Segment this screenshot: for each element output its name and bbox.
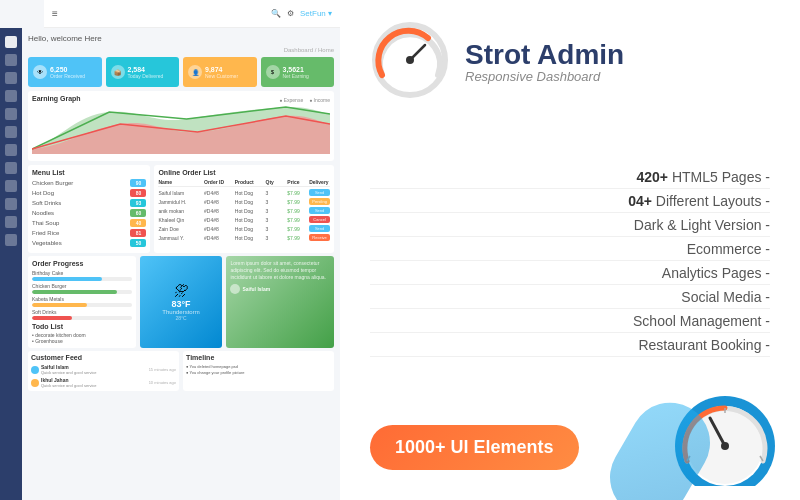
mock-stats-row: 👁 6,250 Order Received 📦 2,584 Today Del… <box>28 57 334 87</box>
mock-breadcrumb: Dashboard / Home <box>28 47 334 53</box>
mock-stat-earning: $ 3,5621 Net Earning <box>261 57 335 87</box>
mock-feeds-row: Customer Feed Saiful Islam Quick service… <box>28 351 334 391</box>
brand-text: Strot Admin Responsive Dashboard <box>465 41 624 84</box>
brand-subtitle: Responsive Dashboard <box>465 69 624 84</box>
feature-item-layouts: 04+ Different Layouts - <box>370 193 770 213</box>
mock-stat-orders: 👁 6,250 Order Received <box>28 57 102 87</box>
mock-stat-customers: 👤 9,874 New Customer <box>183 57 257 87</box>
mock-earning-chart: Earning Graph ● Expense ● Income <box>28 91 334 161</box>
mock-main-content: Hello, welcome Here Dashboard / Home 👁 6… <box>22 28 340 500</box>
mock-stat-delivered: 📦 2,584 Today Delivered <box>106 57 180 87</box>
feature-item-ecommerce: Ecommerce - <box>370 241 770 261</box>
mock-header: ≡ 🔍 ⚙ SetFun ▾ <box>44 0 340 28</box>
dashboard-preview-panel: ≡ 🔍 ⚙ SetFun ▾ Hello, welcome Here Dashb… <box>0 0 340 500</box>
mock-order-list: Online Order List NameOrder IDProductQty… <box>154 165 334 253</box>
brand-header: Strot Admin Responsive Dashboard <box>370 20 770 104</box>
brand-name: Strot Admin <box>465 41 624 69</box>
mock-bottom-section: Order Progress Birthday Cake Chicken Bur… <box>28 256 334 348</box>
feature-item-html5: 420+ HTML5 Pages - <box>370 169 770 189</box>
feature-item-school: School Management - <box>370 313 770 333</box>
mock-menu-icon: ≡ <box>52 8 58 19</box>
mock-greeting: Hello, welcome Here <box>28 34 334 43</box>
mock-menu-list: Menu List Chicken Burger90 Hot Dog80 Sof… <box>28 165 150 253</box>
gauge-icon <box>370 20 450 100</box>
feature-item-dark-light: Dark & Light Version - <box>370 217 770 237</box>
info-panel: Strot Admin Responsive Dashboard 420+ HT… <box>340 0 800 500</box>
brand-logo <box>370 20 450 104</box>
mock-sidebar <box>0 28 22 500</box>
ui-elements-badge: 1000+ UI Elements <box>370 425 579 470</box>
features-list: 420+ HTML5 Pages - 04+ Different Layouts… <box>370 169 770 361</box>
feature-item-restaurant: Restaurant Booking - <box>370 337 770 357</box>
svg-line-2 <box>410 45 425 60</box>
feature-item-social: Social Media - <box>370 289 770 309</box>
highlight-label: 1000+ UI Elements <box>395 437 554 457</box>
mock-user: SetFun ▾ <box>300 9 332 18</box>
mock-bottom-row: Menu List Chicken Burger90 Hot Dog80 Sof… <box>28 165 334 253</box>
feature-item-analytics: Analytics Pages - <box>370 265 770 285</box>
